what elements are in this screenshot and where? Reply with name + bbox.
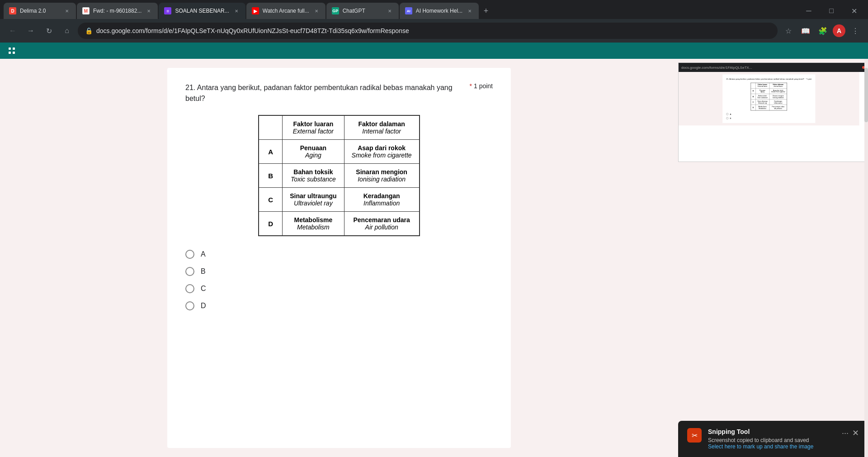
required-star: * (470, 82, 472, 90)
tab-favicon-ai: AI (405, 7, 412, 14)
option-d[interactable]: D (185, 301, 493, 310)
tab-close-delima[interactable]: ✕ (63, 7, 71, 14)
apps-grid-button[interactable] (5, 44, 18, 57)
menu-button[interactable]: ⋮ (848, 24, 863, 38)
forward-button[interactable]: → (24, 24, 38, 38)
lock-icon: 🔒 (85, 27, 93, 34)
row-c-col1: Sinar ultraungu Ultraviolet ray (283, 188, 344, 212)
extensions-bar (0, 43, 868, 59)
reader-button[interactable]: 📖 (798, 24, 813, 38)
snipping-actions: ··· ✕ (842, 428, 859, 438)
browser-toolbar: ← → ↻ ⌂ 🔒 docs.google.com/forms/d/e/1FAI… (0, 19, 868, 43)
option-c[interactable]: C (185, 284, 493, 293)
main-content: 21. Antara yang berikut, padanan faktor … (0, 59, 868, 457)
toolbar-right: ☆ 📖 🧩 A ⋮ (781, 24, 863, 38)
thumbnail-preview: docs.google.com/forms/d/e/1FAIpQLSeTX...… (678, 62, 868, 162)
radio-circle-d[interactable] (185, 301, 194, 310)
option-label-d: D (201, 302, 206, 310)
points-label: 1 point (474, 82, 493, 90)
back-button[interactable]: ← (5, 24, 20, 38)
snipping-content: Snipping Tool Screenshot copied to clipb… (708, 428, 835, 450)
row-d-col2: Pencemaran udara Air pollution (344, 212, 420, 236)
option-label-b: B (201, 267, 206, 276)
snipping-message: Screenshot copied to clipboard and saved (708, 437, 835, 443)
scrollbar-thumb[interactable] (864, 68, 868, 122)
right-panel: docs.google.com/forms/d/e/1FAIpQLSeTX...… (678, 59, 868, 457)
table-header-internal: Faktor dalaman Internal factor (344, 115, 420, 140)
row-label-a: A (259, 140, 282, 164)
snipping-notification: ✂ Snipping Tool Screenshot copied to cli… (678, 421, 868, 457)
svg-rect-3 (13, 52, 15, 54)
snipping-close-button[interactable]: ✕ (852, 428, 859, 438)
reload-button[interactable]: ↻ (42, 24, 56, 38)
table-row-a: A Penuaan Aging Asap dari rokok Smoke fr… (259, 140, 419, 164)
option-label-c: C (201, 285, 206, 293)
home-button[interactable]: ⌂ (60, 24, 74, 38)
question-points: * 1 point (470, 82, 493, 90)
row-a-col1: Penuaan Aging (283, 140, 344, 164)
tab-label-soalan: SOALAN SEBENAR... (175, 8, 229, 14)
profile-avatar[interactable]: A (833, 24, 845, 37)
tab-soalan[interactable]: ≡ SOALAN SEBENAR... ✕ (159, 3, 245, 19)
snipping-tool-icon: ✂ (687, 428, 702, 443)
bookmark-button[interactable]: ☆ (781, 24, 796, 38)
scrollbar-right[interactable] (864, 59, 868, 457)
address-bar[interactable]: 🔒 docs.google.com/forms/d/e/1FAIpQLSeTX-… (78, 23, 778, 39)
tab-favicon-delima: D (9, 7, 16, 14)
tab-favicon-gmail: M (82, 7, 90, 14)
tab-youtube[interactable]: ▶ Watch Arcane full... ✕ (246, 3, 326, 19)
radio-circle-a[interactable] (185, 250, 194, 259)
tab-gmail[interactable]: M Fwd: - m-9601882... ✕ (77, 3, 158, 19)
snipping-menu-button[interactable]: ··· (842, 428, 849, 438)
minimize-button[interactable]: ─ (798, 4, 819, 18)
row-label-d: D (259, 212, 282, 236)
question-card: 21. Antara yang berikut, padanan faktor … (167, 68, 511, 448)
tab-close-gmail[interactable]: ✕ (145, 7, 152, 14)
tab-close-youtube[interactable]: ✕ (313, 7, 320, 14)
tab-close-soalan[interactable]: ✕ (233, 7, 240, 14)
tab-ai[interactable]: AI AI Homework Hel... ✕ (400, 3, 479, 19)
option-a[interactable]: A (185, 250, 493, 259)
thumb-scaled-content: 21. Antara yang berikut, padanan faktor … (679, 72, 859, 125)
tab-label-chatgpt: ChatGPT (343, 8, 382, 14)
row-b-col2: Sinaran mengion Ionising radiation (344, 164, 420, 188)
table-header-external: Faktor luaran External factor (283, 115, 344, 140)
row-a-col2: Asap dari rokok Smoke from cigarette (344, 140, 420, 164)
maximize-button[interactable]: □ (821, 4, 842, 18)
row-label-b: B (259, 164, 282, 188)
snipping-title: Snipping Tool (708, 428, 835, 435)
radio-options: A B C D (185, 250, 493, 310)
tab-favicon-soalan: ≡ (164, 7, 171, 14)
factor-table: Faktor luaran External factor Faktor dal… (258, 115, 420, 236)
snipping-sub-message[interactable]: Select here to mark up and share the ima… (708, 443, 835, 450)
tab-chatgpt[interactable]: GP ChatGPT ✕ (326, 3, 399, 19)
row-b-col1: Bahan toksik Toxic substance (283, 164, 344, 188)
svg-rect-1 (13, 48, 15, 50)
page-content: 21. Antara yang berikut, padanan faktor … (0, 59, 678, 457)
option-b[interactable]: B (185, 267, 493, 276)
tab-favicon-youtube: ▶ (252, 7, 259, 14)
svg-rect-2 (9, 52, 11, 54)
question-number: 21. (185, 84, 195, 91)
tab-favicon-chatgpt: GP (332, 7, 339, 14)
table-row-d: D Metabolisme Metabolism Pencemaran udar… (259, 212, 419, 236)
radio-circle-c[interactable] (185, 284, 194, 293)
tab-label-delima: Delima 2.0 (20, 8, 60, 14)
question-text: 21. Antara yang berikut, padanan faktor … (185, 82, 470, 104)
question-table-wrapper: Faktor luaran External factor Faktor dal… (185, 115, 493, 236)
tab-bar: D Delima 2.0 ✕ M Fwd: - m-9601882... ✕ ≡… (0, 0, 868, 19)
tab-delima[interactable]: D Delima 2.0 ✕ (4, 3, 76, 19)
radio-circle-b[interactable] (185, 267, 194, 276)
question-body: Antara yang berikut, padanan faktor pemb… (185, 84, 453, 102)
tab-close-chatgpt[interactable]: ✕ (386, 7, 393, 14)
close-button[interactable]: ✕ (844, 4, 864, 18)
new-tab-button[interactable]: + (480, 5, 492, 17)
table-row-c: C Sinar ultraungu Ultraviolet ray Kerada… (259, 188, 419, 212)
thumb-browser-bar: docs.google.com/forms/d/e/1FAIpQLSeTX... (679, 63, 868, 72)
extensions-button[interactable]: 🧩 (816, 24, 830, 38)
tab-label-youtube: Watch Arcane full... (263, 8, 309, 14)
tab-label-gmail: Fwd: - m-9601882... (93, 8, 142, 14)
tab-close-ai[interactable]: ✕ (466, 7, 473, 14)
option-label-a: A (201, 250, 206, 258)
row-c-col2: Keradangan Inflammation (344, 188, 420, 212)
